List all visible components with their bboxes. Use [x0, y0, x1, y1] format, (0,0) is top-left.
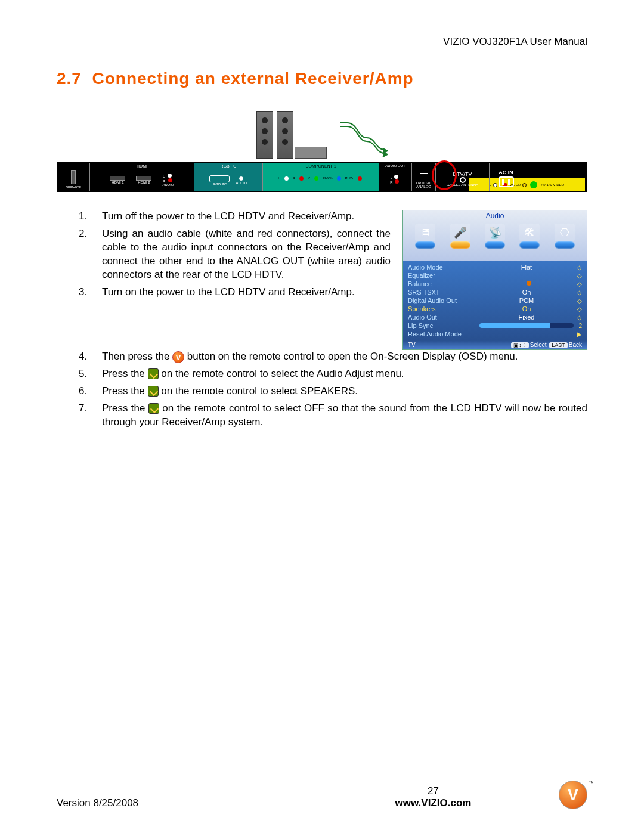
port-service: SERVICE: [57, 163, 90, 191]
osd-footer: TV ▣↕≑Select LASTBack: [403, 340, 587, 349]
osd-row-label-highlight: Speakers: [408, 305, 479, 312]
osd-pill: [555, 241, 575, 249]
step-5: Press the on the remote control to selec…: [90, 367, 587, 381]
footer-page-number: 27: [308, 785, 559, 797]
step-7-text-b: on the remote control to select OFF so t…: [102, 402, 587, 428]
label-hdmi1: HDMI 1: [112, 181, 123, 184]
speaker-right-icon: [277, 111, 293, 159]
step-2: Using an audio cable (white and red conn…: [90, 227, 391, 282]
osd-chip-last: LAST: [549, 342, 568, 348]
port-rgb-group: RGB PC RGB PC AUDIO: [194, 163, 263, 191]
lbl-comp-pr: Pr/Cr: [345, 176, 354, 180]
label-ac-in: AC IN: [499, 169, 513, 175]
port-ac-in: AC IN: [490, 163, 522, 191]
rear-port-panel: SERVICE HDMI HDMI 1 HDMI 2 L R AUDIO RGB…: [57, 162, 587, 192]
osd-body: Audio ModeFlat◇ Equalizer◇ Balance◇ SRS …: [403, 261, 587, 340]
highlight-circle-audio-out: [432, 160, 457, 190]
step-6: Press the on the remote control to selec…: [90, 385, 587, 398]
step-6-text-a: Press the: [102, 385, 148, 397]
osd-row-value: On: [479, 289, 574, 296]
osd-row-indicator: ◇: [574, 281, 582, 287]
osd-screenshot: Audio 🖥 🎤 📡 🛠 ⎔ Audio ModeFlat◇ Equalize…: [402, 210, 587, 350]
lbl-ao-r: R: [390, 181, 392, 184]
lbl-comp-r: R: [293, 176, 295, 180]
step-1: Turn off the power to the LCD HDTV and R…: [90, 210, 391, 224]
osd-row-indicator: ▶: [574, 331, 582, 337]
osd-row-indicator: ◇: [574, 314, 582, 321]
lbl-comp-l: L: [278, 176, 280, 180]
amplifier-icon: [295, 147, 327, 159]
step-4-text-a: Then press the: [102, 351, 172, 362]
remote-arrow-button-icon: [148, 368, 159, 379]
osd-tab-audio-icon: 🎤: [450, 224, 470, 241]
manual-header: VIZIO VOJ320F1A User Manual: [57, 36, 587, 48]
osd-tab-channel-icon: 📡: [485, 224, 505, 241]
osd-title: Audio: [403, 210, 587, 220]
step-4: Then press the button on the remote cont…: [90, 350, 587, 364]
label-hdmi-audio: AUDIO: [162, 183, 174, 187]
label-hdmi2: HDMI 2: [138, 181, 150, 184]
osd-row-indicator: ◇: [574, 264, 582, 271]
osd-row-indicator: ◇: [574, 298, 582, 304]
lbl-comp-pb: Pb/Cb: [323, 176, 333, 180]
osd-pill-active: [450, 241, 470, 249]
rca-cable-icon: [334, 117, 388, 159]
vizio-menu-button-icon: [172, 351, 184, 363]
label-rgb-audio: AUDIO: [236, 181, 247, 185]
footer-version: Version 8/25/2008: [57, 797, 308, 809]
step-5-text-b: on the remote control to select the Audi…: [161, 368, 404, 379]
osd-row-value: Fixed: [479, 314, 574, 321]
osd-tab-parental-icon: ⎔: [555, 224, 575, 241]
label-hdmi: HDMI: [90, 164, 194, 168]
remote-arrow-button-icon: [148, 386, 159, 397]
section-title: 2.7 Connecting an external Receiver/Amp: [57, 69, 587, 88]
osd-pill: [519, 241, 540, 249]
label-service: SERVICE: [66, 185, 81, 189]
section-number: 2.7: [57, 69, 82, 88]
step-7-text-a: Press the: [102, 402, 148, 414]
osd-row-indicator: ◇: [574, 272, 582, 279]
port-component-group: COMPONENT 1 L R Y Pb/Cb Pr/Cr L R VIDEO …: [263, 163, 379, 191]
osd-pill: [485, 241, 505, 249]
osd-row-label: Balance: [408, 280, 479, 287]
step-4-text-b: button on the remote control to open the…: [187, 351, 518, 362]
osd-row-label: Equalizer: [408, 272, 479, 279]
osd-row-value: Flat: [479, 264, 574, 271]
osd-row-label: Audio Out: [408, 314, 479, 321]
osd-tab-setup-icon: 🛠: [519, 224, 540, 241]
osd-row-value-highlight: On: [479, 305, 574, 312]
osd-tab-picture-icon: 🖥: [415, 224, 435, 241]
osd-chip-select: ▣↕≑: [511, 342, 529, 348]
label-rgbpc: RGB PC: [194, 164, 262, 168]
osd-footer-left: TV: [408, 342, 416, 348]
section-heading: Connecting an external Receiver/Amp: [92, 69, 414, 88]
osd-row-indicator: ◇: [574, 289, 582, 296]
step-5-text-a: Press the: [102, 368, 148, 379]
osd-footer-back: Back: [569, 342, 582, 348]
label-analog: ANALOG: [416, 185, 431, 188]
label-component: COMPONENT 1: [263, 164, 379, 168]
page-footer: Version 8/25/2008 27 www.VIZIO.com ™: [57, 781, 587, 809]
footer-url: www.VIZIO.com: [308, 797, 559, 809]
osd-row-label: Audio Mode: [408, 264, 479, 271]
port-hdmi-group: HDMI HDMI 1 HDMI 2 L R AUDIO: [90, 163, 194, 191]
osd-pill: [415, 241, 435, 249]
step-3: Turn on the power to the LCD HDTV and Re…: [90, 286, 391, 299]
step-6-text-b: on the remote control to select SPEAKERS…: [161, 385, 358, 397]
step-7: Press the on the remote control to selec…: [90, 402, 587, 429]
lbl-comp-y: Y: [308, 176, 310, 180]
osd-row-indicator: 2: [574, 323, 582, 329]
osd-row-label: Reset Audio Mode: [408, 330, 479, 337]
label-audio-out: AUDIO OUT: [379, 164, 411, 168]
osd-row-label: SRS TSXT: [408, 289, 479, 296]
port-audio-out-group: AUDIO OUT L R: [379, 163, 412, 191]
osd-footer-select: Select: [530, 342, 547, 348]
osd-row-value: PCM: [479, 297, 574, 304]
osd-row-indicator: ◇: [574, 306, 582, 312]
osd-balance-bar: [479, 281, 574, 287]
label-rgbpc2: RGB PC: [213, 182, 227, 186]
osd-row-label: Digital Audio Out: [408, 297, 479, 304]
vizio-logo-icon: ™: [559, 781, 587, 809]
osd-lipsync-slider: [479, 323, 574, 328]
speaker-left-icon: [256, 111, 273, 159]
